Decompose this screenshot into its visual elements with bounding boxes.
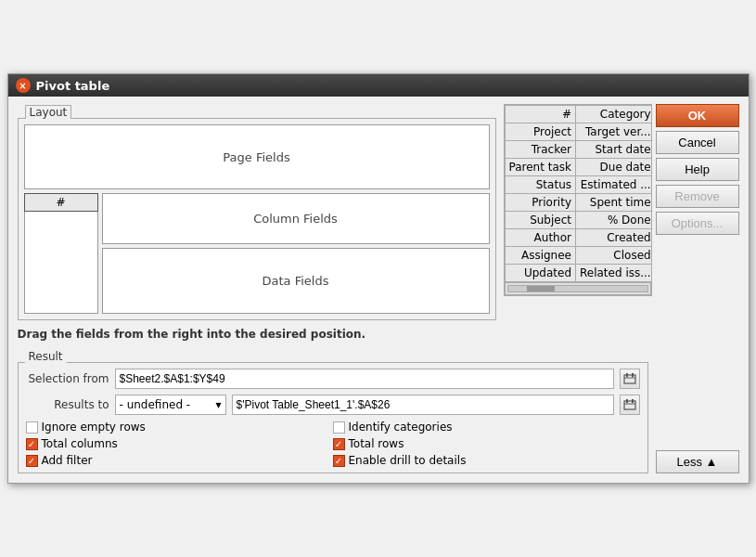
field-list-area: #CategoryProjectTarget ver...TrackerStar… [504, 104, 652, 296]
ignore-empty-rows-label: Ignore empty rows [42, 421, 146, 434]
svg-rect-6 [632, 399, 634, 403]
selection-from-picker[interactable] [620, 369, 640, 389]
svg-rect-0 [624, 375, 635, 383]
field-col2-btn[interactable]: Created [576, 229, 652, 247]
page-fields-box[interactable]: Page Fields [24, 124, 490, 189]
field-table-row: ProjectTarget ver... [505, 123, 652, 141]
svg-rect-1 [626, 373, 628, 377]
identify-categories-label: Identify categories [349, 421, 453, 434]
results-to-picker[interactable] [620, 395, 640, 415]
field-table-row: AssigneeClosed [505, 247, 652, 265]
total-columns-item[interactable]: ✓ Total columns [26, 437, 333, 450]
add-filter-checkbox[interactable]: ✓ [26, 455, 38, 467]
field-col1-btn[interactable]: Updated [505, 265, 576, 282]
selection-from-input[interactable] [115, 369, 614, 389]
field-col1-btn[interactable]: Parent task [505, 159, 576, 176]
field-table-row: PrioritySpent time [505, 194, 652, 212]
field-table-row: Subject% Done [505, 212, 652, 229]
svg-rect-2 [632, 373, 634, 377]
add-filter-item[interactable]: ✓ Add filter [26, 454, 333, 467]
svg-rect-4 [624, 401, 635, 409]
enable-drill-label: Enable drill to details [349, 454, 467, 467]
field-col1-btn[interactable]: Assignee [505, 247, 576, 265]
results-to-input[interactable] [232, 395, 614, 415]
identify-categories-checkbox[interactable] [333, 421, 345, 434]
help-button[interactable]: Help [656, 158, 739, 181]
layout-section: Layout Page Fields # [18, 104, 496, 320]
layout-label: Layout [25, 105, 72, 119]
field-table-row: StatusEstimated ... [505, 176, 652, 194]
results-to-select-value: - undefined - [120, 398, 191, 411]
total-columns-checkbox[interactable]: ✓ [26, 438, 38, 450]
selection-from-row: Selection from [26, 369, 640, 389]
field-col2-btn[interactable]: Closed [576, 247, 652, 265]
action-buttons: OK Cancel Help Remove Options... [656, 104, 739, 235]
field-table: #CategoryProjectTarget ver...TrackerStar… [505, 105, 652, 282]
ignore-empty-rows-checkbox[interactable] [26, 421, 38, 434]
identify-categories-item[interactable]: Identify categories [333, 421, 640, 434]
page-fields-label: Page Fields [223, 150, 289, 164]
options-button[interactable]: Options... [656, 212, 739, 235]
data-fields-label: Data Fields [263, 274, 329, 288]
row-fields-body [24, 212, 98, 314]
dropdown-arrow-icon: ▾ [215, 398, 221, 411]
field-table-row: Parent taskDue date [505, 159, 652, 176]
field-col2-btn[interactable]: Estimated ... [576, 176, 652, 194]
scrollbar[interactable] [505, 282, 651, 295]
column-fields-box[interactable]: Column Fields [102, 193, 490, 244]
field-col1-btn[interactable]: Tracker [505, 141, 576, 159]
field-col1-btn[interactable]: Status [505, 176, 576, 194]
less-button[interactable]: Less ▲ [656, 450, 739, 473]
field-table-row: UpdatedRelated iss... [505, 265, 652, 282]
field-table-row: TrackerStart date [505, 141, 652, 159]
column-fields-label: Column Fields [253, 212, 338, 226]
selection-from-label: Selection from [26, 372, 109, 385]
total-columns-label: Total columns [42, 437, 118, 450]
results-to-row: Results to - undefined - ▾ [26, 395, 640, 415]
field-col2-btn[interactable]: Spent time [576, 194, 652, 212]
add-filter-label: Add filter [42, 454, 93, 467]
field-col2-btn[interactable]: Related iss... [576, 265, 652, 282]
results-to-select[interactable]: - undefined - ▾ [115, 395, 226, 415]
remove-button[interactable]: Remove [656, 185, 739, 208]
field-col1-btn[interactable]: Project [505, 123, 576, 141]
results-to-label: Results to [26, 398, 109, 411]
row-fields-box[interactable]: # [24, 193, 98, 314]
svg-rect-5 [626, 399, 628, 403]
field-col2-btn[interactable]: Target ver... [576, 123, 652, 141]
field-col1-btn[interactable]: Priority [505, 194, 576, 212]
ignore-empty-rows-item[interactable]: Ignore empty rows [26, 421, 333, 434]
field-col2-btn[interactable]: Start date [576, 141, 652, 159]
field-col1-btn[interactable]: # [505, 106, 576, 123]
picker2-icon [623, 398, 636, 411]
enable-drill-item[interactable]: ✓ Enable drill to details [333, 454, 640, 467]
pivot-table-window: × Pivot table Layout Page Fields # [7, 73, 750, 484]
data-fields-box[interactable]: Data Fields [102, 248, 490, 314]
checkboxes-area: Ignore empty rows ✓ Total columns ✓ Add … [26, 421, 640, 467]
titlebar-icon: × [16, 78, 31, 93]
total-rows-checkbox[interactable]: ✓ [333, 438, 345, 450]
field-col1-btn[interactable]: Subject [505, 212, 576, 229]
field-col2-btn[interactable]: Category [576, 106, 652, 123]
field-table-row: AuthorCreated [505, 229, 652, 247]
row-fields-header: # [24, 193, 98, 212]
field-col1-btn[interactable]: Author [505, 229, 576, 247]
enable-drill-checkbox[interactable]: ✓ [333, 455, 345, 467]
field-table-row: #Category [505, 106, 652, 123]
hint-text: Drag the fields from the right into the … [18, 326, 739, 343]
window-title: Pivot table [36, 79, 110, 93]
result-label: Result [25, 350, 67, 363]
total-rows-item[interactable]: ✓ Total rows [333, 437, 640, 450]
titlebar: × Pivot table [8, 74, 749, 97]
field-col2-btn[interactable]: Due date [576, 159, 652, 176]
ok-button[interactable]: OK [656, 104, 739, 127]
field-col2-btn[interactable]: % Done [576, 212, 652, 229]
picker-icon [623, 372, 636, 385]
cancel-button[interactable]: Cancel [656, 131, 739, 154]
total-rows-label: Total rows [349, 437, 404, 450]
result-section: Selection from Res [18, 362, 648, 473]
